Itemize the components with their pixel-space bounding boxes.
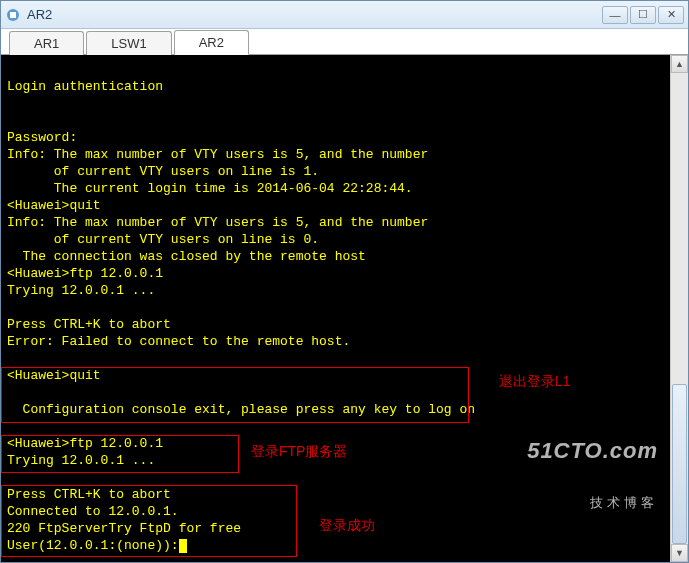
annotation-label-success: 登录成功 bbox=[319, 517, 375, 534]
close-button[interactable]: ✕ bbox=[658, 6, 684, 24]
terminal-container: Login authentication Password:Info: The … bbox=[1, 55, 688, 562]
terminal-line: Configuration console exit, please press… bbox=[7, 401, 664, 418]
terminal-line: The current login time is 2014-06-04 22:… bbox=[7, 180, 664, 197]
terminal-line bbox=[7, 469, 664, 486]
app-icon bbox=[5, 7, 21, 23]
tab-ar1[interactable]: AR1 bbox=[9, 31, 84, 55]
scroll-track[interactable] bbox=[671, 73, 688, 544]
scroll-down-button[interactable]: ▼ bbox=[671, 544, 688, 562]
terminal-line bbox=[7, 61, 664, 78]
svg-rect-1 bbox=[10, 12, 16, 18]
terminal-line: User(12.0.0.1:(none)): bbox=[7, 537, 664, 554]
scroll-thumb[interactable] bbox=[672, 384, 687, 544]
minimize-button[interactable]: — bbox=[602, 6, 628, 24]
terminal-line: Press CTRL+K to abort bbox=[7, 316, 664, 333]
terminal-line: <Huawei>quit bbox=[7, 197, 664, 214]
tab-ar2[interactable]: AR2 bbox=[174, 30, 249, 55]
maximize-button[interactable]: ☐ bbox=[630, 6, 656, 24]
terminal-line: Error: Failed to connect to the remote h… bbox=[7, 333, 664, 350]
terminal-line: Password: bbox=[7, 129, 664, 146]
app-window: AR2 — ☐ ✕ AR1 LSW1 AR2 Login authenticat… bbox=[0, 0, 689, 563]
terminal-line: Press CTRL+K to abort bbox=[7, 486, 664, 503]
scroll-up-button[interactable]: ▲ bbox=[671, 55, 688, 73]
vertical-scrollbar[interactable]: ▲ ▼ bbox=[670, 55, 688, 562]
terminal-line: of current VTY users on line is 1. bbox=[7, 163, 664, 180]
tab-lsw1[interactable]: LSW1 bbox=[86, 31, 171, 55]
annotation-label-ftplogin: 登录FTP服务器 bbox=[251, 443, 347, 460]
terminal-line: Trying 12.0.0.1 ... bbox=[7, 282, 664, 299]
terminal-line: Info: The max number of VTY users is 5, … bbox=[7, 146, 664, 163]
terminal-line: The connection was closed by the remote … bbox=[7, 248, 664, 265]
titlebar: AR2 — ☐ ✕ bbox=[1, 1, 688, 29]
annotation-label-quit: 退出登录L1 bbox=[499, 373, 571, 390]
terminal-line: <Huawei>ftp 12.0.0.1 bbox=[7, 265, 664, 282]
window-title: AR2 bbox=[27, 7, 602, 22]
terminal-line: of current VTY users on line is 0. bbox=[7, 231, 664, 248]
terminal-output[interactable]: Login authentication Password:Info: The … bbox=[1, 55, 670, 562]
terminal-line: Info: The max number of VTY users is 5, … bbox=[7, 214, 664, 231]
terminal-line bbox=[7, 95, 664, 112]
tab-bar: AR1 LSW1 AR2 bbox=[1, 29, 688, 55]
terminal-line: Login authentication bbox=[7, 78, 664, 95]
terminal-line bbox=[7, 350, 664, 367]
terminal-line bbox=[7, 112, 664, 129]
terminal-line bbox=[7, 418, 664, 435]
window-controls: — ☐ ✕ bbox=[602, 6, 684, 24]
terminal-line bbox=[7, 299, 664, 316]
terminal-cursor bbox=[179, 539, 187, 553]
